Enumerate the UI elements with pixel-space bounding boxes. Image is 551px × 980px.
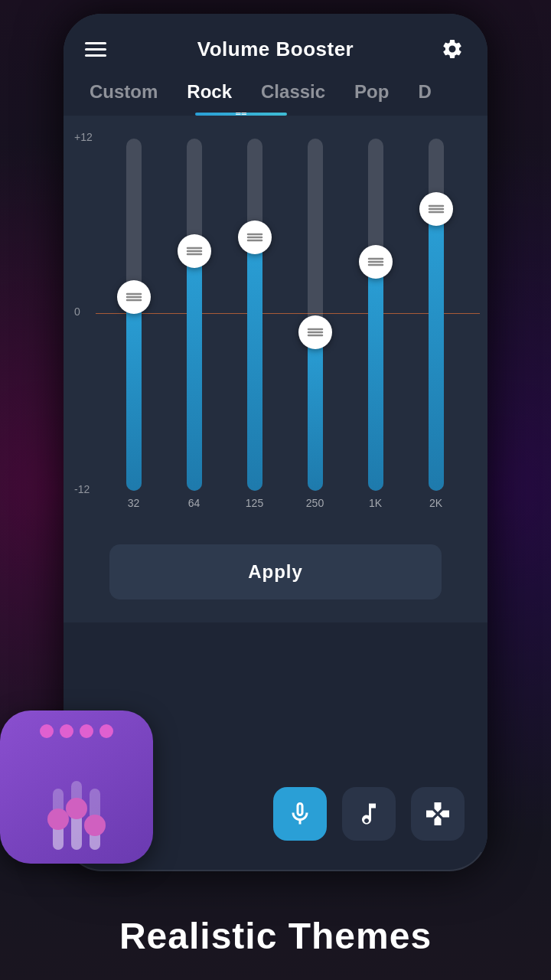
slider-thumb-32[interactable] [117, 280, 151, 314]
nav-game-button[interactable] [411, 787, 465, 841]
equalizer-area: +12 0 -12 32 [64, 116, 487, 529]
nav-music-button[interactable] [342, 787, 396, 841]
slider-track-250[interactable] [308, 139, 323, 491]
slider-fill-1k [368, 262, 383, 491]
slider-freq-2k: 2K [429, 497, 442, 509]
bottom-tagline: Realistic Themes [0, 915, 551, 957]
tab-pop[interactable]: Pop [344, 74, 399, 113]
slider-track-1k[interactable] [368, 139, 383, 491]
eq-slider-250[interactable]: 250 [292, 131, 338, 521]
eq-tabs: Custom Rock Classic Pop D [64, 74, 487, 113]
dot-2 [60, 724, 73, 738]
eq-slider-1k[interactable]: 1K [353, 131, 399, 521]
slider-thumb-1k[interactable] [359, 245, 393, 279]
slider-freq-32: 32 [128, 497, 140, 509]
mini-slider-1 [53, 789, 64, 850]
slider-fill-64 [187, 251, 202, 491]
menu-button[interactable] [85, 35, 112, 63]
slider-track-2k[interactable] [429, 139, 444, 491]
app-header: Volume Booster [64, 14, 487, 74]
mini-slider-3 [90, 789, 100, 850]
eq-slider-2k[interactable]: 2K [413, 131, 459, 521]
tab-custom[interactable]: Custom [79, 74, 168, 113]
slider-freq-250: 250 [306, 497, 324, 509]
app-title: Volume Booster [197, 38, 354, 61]
tab-rock[interactable]: Rock [176, 74, 243, 113]
slider-fill-32 [126, 297, 142, 491]
slider-thumb-2k[interactable] [419, 192, 453, 226]
slider-freq-64: 64 [188, 497, 201, 509]
eq-slider-64[interactable]: 64 [171, 131, 217, 521]
eq-slider-125[interactable]: 125 [232, 131, 278, 521]
dot-4 [99, 724, 113, 738]
slider-thumb-250[interactable] [298, 315, 332, 349]
nav-mic-button[interactable] [273, 787, 327, 841]
slider-track-125[interactable] [247, 139, 262, 491]
slider-fill-2k [429, 209, 444, 491]
slider-fill-125 [247, 237, 262, 491]
eq-sliders: 32 64 [71, 131, 480, 521]
tab-d[interactable]: D [407, 74, 442, 113]
app-icon-sliders [53, 773, 100, 850]
apply-button-wrap: Apply [64, 529, 487, 622]
dot-3 [80, 724, 93, 738]
slider-thumb-125[interactable] [238, 220, 272, 254]
slider-track-32[interactable] [126, 139, 142, 491]
tab-classic[interactable]: Classic [250, 74, 336, 113]
slider-freq-125: 125 [246, 497, 263, 509]
slider-track-64[interactable] [187, 139, 202, 491]
dot-1 [40, 724, 54, 738]
app-icon [0, 710, 153, 864]
mini-slider-2 [71, 781, 82, 850]
slider-freq-1k: 1K [369, 497, 382, 509]
slider-fill-250 [308, 332, 323, 491]
slider-thumb-64[interactable] [178, 234, 211, 268]
app-icon-dots [40, 724, 113, 738]
eq-slider-32[interactable]: 32 [111, 131, 157, 521]
settings-button[interactable] [439, 35, 466, 63]
apply-button[interactable]: Apply [109, 544, 442, 599]
